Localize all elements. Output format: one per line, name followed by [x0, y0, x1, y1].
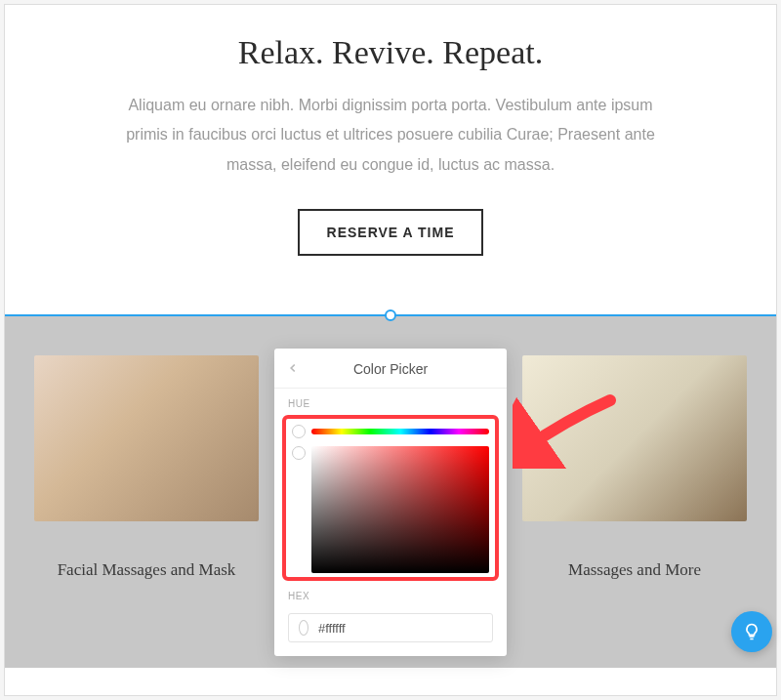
saturation-brightness-panel[interactable]	[311, 446, 489, 573]
help-button[interactable]	[731, 611, 772, 652]
gallery-image-massage[interactable]	[522, 355, 747, 521]
gallery-item-right: Massages and More	[522, 355, 747, 638]
hex-section-label: HEX	[274, 581, 507, 607]
hue-slider-handle[interactable]	[292, 425, 306, 438]
gallery-item-left: Facial Massages and Mask	[34, 355, 259, 638]
hue-slider-row	[292, 425, 489, 438]
lightbulb-icon	[742, 622, 761, 641]
color-picker-header: Color Picker	[274, 349, 507, 389]
hue-slider-track[interactable]	[311, 429, 489, 434]
color-picker-title: Color Picker	[353, 361, 428, 377]
reserve-time-button[interactable]: RESERVE A TIME	[298, 209, 484, 256]
hero-title: Relax. Revive. Repeat.	[63, 34, 718, 71]
gallery-caption-left: Facial Massages and Mask	[34, 560, 259, 580]
hero-body-text: Aliquam eu ornare nibh. Morbi dignissim …	[107, 91, 674, 180]
annotation-highlight-box	[282, 415, 499, 581]
back-icon[interactable]	[286, 361, 300, 375]
hero-section: Relax. Revive. Repeat. Aliquam eu ornare…	[5, 5, 776, 314]
color-picker-popover: Color Picker HUE HEX	[274, 349, 507, 656]
hex-color-swatch[interactable]	[299, 620, 308, 636]
section-divider[interactable]	[5, 314, 776, 316]
page-canvas: Relax. Revive. Repeat. Aliquam eu ornare…	[4, 4, 777, 696]
saturation-handle[interactable]	[292, 446, 306, 460]
saturation-row	[292, 446, 489, 573]
hex-input[interactable]	[318, 621, 482, 636]
divider-drag-handle[interactable]	[385, 309, 396, 321]
gallery-image-facial[interactable]	[34, 355, 259, 521]
gallery-caption-right: Massages and More	[522, 560, 747, 580]
hue-section-label: HUE	[274, 389, 507, 415]
hex-input-row	[288, 613, 493, 642]
